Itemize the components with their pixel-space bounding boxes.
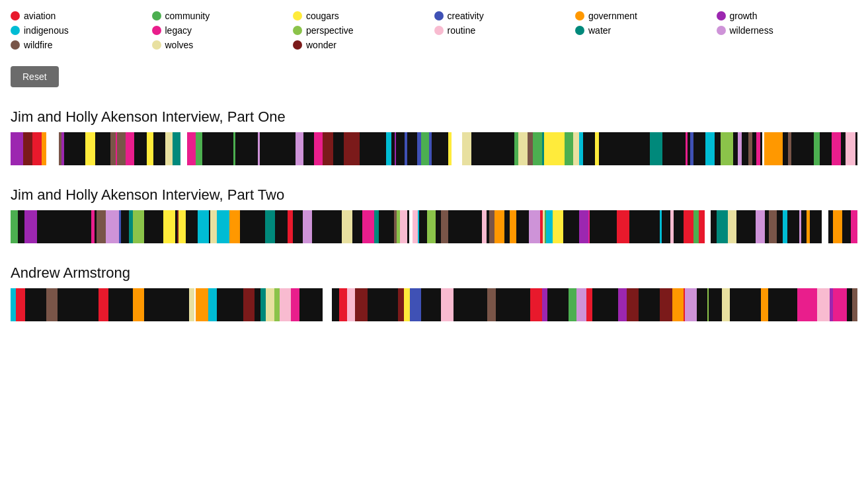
bar-segment: [24, 210, 37, 243]
reset-button[interactable]: Reset: [11, 66, 59, 87]
legend-item-community[interactable]: community: [152, 11, 294, 21]
bar-segment: [482, 210, 487, 243]
bar-segment: [608, 132, 619, 165]
legend-item-routine[interactable]: routine: [434, 25, 576, 36]
bar-segment: [497, 288, 503, 321]
dot-wildfire: [11, 40, 20, 50]
bar-segment: [516, 288, 526, 321]
legend-label-routine: routine: [448, 25, 476, 36]
legend-item-legacy[interactable]: legacy: [152, 25, 294, 36]
bar-segment: [347, 288, 355, 321]
bar-segment: [421, 288, 428, 321]
dot-routine: [434, 26, 444, 35]
bar-segment: [121, 210, 126, 243]
bar-segment: [147, 132, 153, 165]
bar-segment: [323, 288, 332, 321]
bar-segment: [801, 210, 807, 243]
bar-segment: [282, 210, 288, 243]
interview-section-part-one: Jim and Holly Akenson Interview, Part On…: [11, 108, 857, 165]
legend-item-growth[interactable]: growth: [717, 11, 858, 21]
bar-segment: [114, 210, 119, 243]
bar-segment: [70, 288, 83, 321]
legend-label-legacy: legacy: [165, 25, 192, 36]
bar-segment: [833, 288, 844, 321]
legend-label-wonder: wonder: [306, 40, 336, 50]
bar-segment: [769, 210, 777, 243]
bar-segment: [699, 210, 705, 243]
bar-segment: [639, 288, 648, 321]
bar-segment: [789, 210, 799, 243]
bar-segment: [733, 132, 738, 165]
bar-segment: [265, 210, 275, 243]
legend-item-cougars[interactable]: cougars: [293, 11, 434, 21]
bar-segment: [828, 210, 833, 243]
legend-item-creativity[interactable]: creativity: [434, 11, 576, 21]
dot-legacy: [152, 26, 161, 35]
bar-segment: [677, 132, 684, 165]
bar-segment: [448, 210, 461, 243]
bar-segment: [377, 132, 386, 165]
bar-segment: [59, 288, 70, 321]
bar-segment: [204, 132, 209, 165]
bar-segment: [750, 288, 758, 321]
bar-segment: [590, 210, 595, 243]
bar-segment: [744, 210, 756, 243]
bar-segment: [331, 210, 342, 243]
bar-segment: [339, 288, 347, 321]
legend-col-5: growthwilderness: [717, 11, 858, 50]
bar-segment: [381, 210, 394, 243]
bar-segment: [629, 210, 637, 243]
bar-segment: [260, 132, 264, 165]
legend-item-water[interactable]: water: [575, 25, 717, 36]
dot-creativity: [434, 11, 444, 20]
bar-segment: [627, 288, 639, 321]
legend-item-wilderness[interactable]: wilderness: [717, 25, 858, 36]
bar-segment: [595, 210, 604, 243]
legend-item-wonder[interactable]: wonder: [293, 40, 434, 50]
bar-segment: [157, 210, 163, 243]
interview-section-andrew: Andrew Armstrong: [11, 264, 857, 321]
bar-segment: [274, 288, 280, 321]
bar-segment: [108, 288, 114, 321]
bar-segment: [855, 132, 857, 165]
bar-segment: [711, 210, 717, 243]
bar-segment: [133, 288, 144, 321]
legend-item-perspective[interactable]: perspective: [293, 25, 434, 36]
legend-item-wolves[interactable]: wolves: [152, 40, 294, 50]
bar-segment: [277, 132, 288, 165]
legend-item-indigenous[interactable]: indigenous: [11, 25, 152, 36]
bar-segment: [820, 132, 832, 165]
bar-segment: [165, 132, 173, 165]
legend-col-0: aviationindigenouswildfire: [11, 11, 152, 50]
bar-segment: [163, 210, 175, 243]
bar-segment: [226, 132, 233, 165]
legend-item-wildfire[interactable]: wildfire: [11, 40, 152, 50]
legend-item-aviation[interactable]: aviation: [11, 11, 152, 21]
bar-segment: [529, 210, 540, 243]
bar-segment: [852, 288, 857, 321]
bar-segment: [471, 132, 483, 165]
bar-segment: [151, 288, 163, 321]
legend-label-indigenous: indigenous: [24, 25, 69, 36]
barcode-part-one[interactable]: [11, 132, 857, 165]
dot-wonder: [293, 40, 302, 50]
interview-title-andrew: Andrew Armstrong: [11, 264, 857, 282]
legend-item-government[interactable]: government: [575, 11, 717, 21]
bar-segment: [738, 288, 750, 321]
barcode-andrew[interactable]: [11, 288, 857, 321]
bar-segment: [144, 288, 151, 321]
barcode-part-two[interactable]: [11, 210, 857, 243]
bar-segment: [78, 132, 85, 165]
dot-perspective: [293, 26, 302, 35]
bar-segment: [621, 132, 634, 165]
bar-segment: [847, 288, 852, 321]
bar-segment: [783, 210, 787, 243]
bar-segment: [650, 210, 660, 243]
legend-label-aviation: aviation: [24, 11, 56, 21]
bar-segment: [608, 288, 618, 321]
bar-segment: [256, 210, 261, 243]
bar-segment: [50, 210, 56, 243]
bar-segment: [124, 288, 133, 321]
bar-segment: [553, 210, 563, 243]
bar-segment: [314, 288, 323, 321]
